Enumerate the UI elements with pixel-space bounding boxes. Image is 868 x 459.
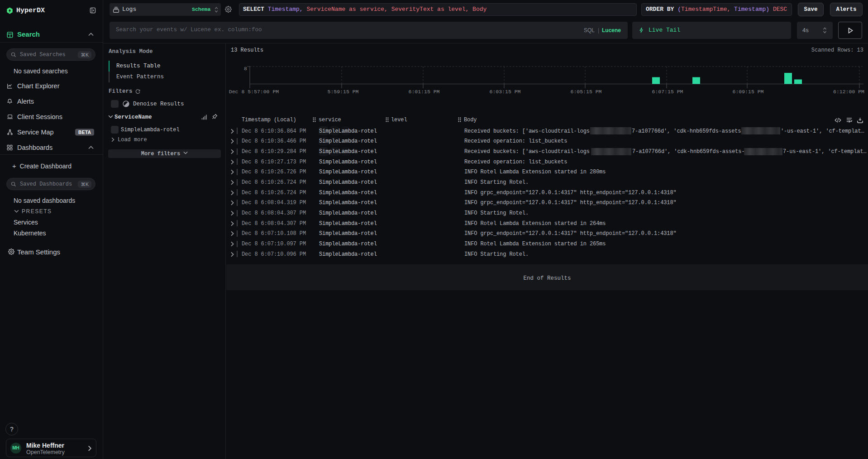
- svg-text:Dec 8 5:57:00 PM: Dec 8 5:57:00 PM: [229, 89, 279, 95]
- svg-text:5:59:15 PM: 5:59:15 PM: [327, 89, 358, 95]
- svg-text:6:09:15 PM: 6:09:15 PM: [732, 89, 763, 95]
- svg-text:6:05:15 PM: 6:05:15 PM: [570, 89, 601, 95]
- svg-text:8: 8: [244, 66, 247, 72]
- svg-text:6:07:15 PM: 6:07:15 PM: [652, 89, 683, 95]
- svg-text:6:12:00 PM: 6:12:00 PM: [833, 89, 864, 95]
- svg-text:6:01:15 PM: 6:01:15 PM: [408, 89, 439, 95]
- svg-text:6:03:15 PM: 6:03:15 PM: [489, 89, 520, 95]
